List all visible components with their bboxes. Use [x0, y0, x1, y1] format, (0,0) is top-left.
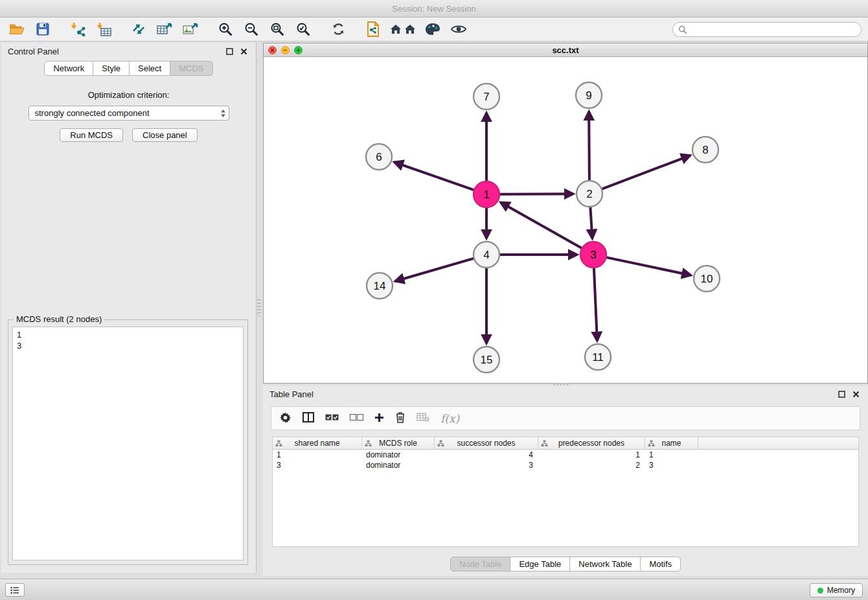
edge-2-9[interactable]: [589, 111, 589, 181]
status-bar: Memory: [0, 579, 868, 600]
float-window-icon: [226, 48, 233, 55]
tab-style[interactable]: Style: [93, 61, 130, 76]
table-tab-network-table[interactable]: Network Table: [569, 557, 641, 571]
panel-selector-button[interactable]: [5, 583, 25, 597]
zoom-out-button[interactable]: [241, 19, 262, 39]
unselect-all-columns-button[interactable]: [350, 413, 363, 423]
column-header-successor-nodes[interactable]: successor nodes: [435, 437, 538, 449]
column-header-name[interactable]: name: [645, 437, 698, 449]
first-network-view-button[interactable]: [363, 19, 383, 39]
column-header-predecessor-nodes[interactable]: predecessor nodes: [538, 437, 645, 449]
zoom-selected-button[interactable]: [293, 19, 314, 39]
svg-text:4: 4: [483, 249, 489, 261]
graph-node-2[interactable]: 2: [577, 181, 602, 207]
function-builder-button[interactable]: f(x): [440, 412, 459, 425]
home-views-button[interactable]: [389, 19, 417, 39]
graph-node-6[interactable]: 6: [366, 144, 392, 170]
window-close-icon[interactable]: [268, 46, 277, 54]
show-columns-button[interactable]: [303, 412, 314, 424]
network-window-titlebar[interactable]: scc.txt: [264, 43, 867, 57]
apply-style-button[interactable]: [422, 19, 443, 39]
window-minimize-icon[interactable]: [281, 46, 290, 54]
table-tab-edge-table[interactable]: Edge Table: [510, 557, 570, 571]
table-row[interactable]: 3dominator323: [273, 460, 858, 470]
table-cell[interactable]: 1: [645, 450, 698, 459]
create-column-button[interactable]: [374, 413, 384, 424]
import-network-button[interactable]: [67, 19, 88, 39]
table-cell[interactable]: 1: [538, 450, 645, 459]
show-hide-graphics-button[interactable]: [448, 19, 469, 39]
table-cell[interactable]: 3: [273, 461, 362, 470]
graph-node-14[interactable]: 14: [367, 273, 393, 299]
edge-1-6[interactable]: [394, 162, 475, 190]
node-table[interactable]: shared nameMCDS rolesuccessor nodesprede…: [272, 437, 859, 547]
table-panel-title: Table Panel: [269, 389, 314, 399]
mcds-result-text[interactable]: 1 3: [12, 327, 244, 560]
edge-3-1[interactable]: [501, 202, 582, 248]
search-input[interactable]: [690, 25, 856, 34]
export-table-button[interactable]: [154, 19, 175, 39]
graph-node-11[interactable]: 11: [585, 344, 611, 370]
new-network-button[interactable]: [128, 19, 149, 39]
graph-node-10[interactable]: 10: [694, 266, 720, 292]
search-field[interactable]: [672, 22, 862, 37]
graph-node-15[interactable]: 15: [474, 347, 499, 373]
table-row[interactable]: 1dominator411: [273, 450, 858, 460]
graph-node-8[interactable]: 8: [692, 137, 718, 163]
network-canvas[interactable]: 7968124314101511: [264, 58, 867, 383]
float-panel-button[interactable]: [223, 46, 235, 56]
select-all-columns-button[interactable]: [325, 413, 339, 423]
control-panel-title: Control Panel: [8, 47, 59, 56]
open-file-button[interactable]: [6, 19, 27, 39]
delete-table-button[interactable]: [417, 413, 429, 424]
edge-4-14[interactable]: [395, 259, 474, 281]
graph-node-7[interactable]: 7: [474, 84, 499, 110]
window-titlebar: Session: New Session: [0, 0, 868, 17]
run-mcds-button[interactable]: Run MCDS: [60, 128, 123, 142]
table-cell[interactable]: 3: [645, 461, 698, 470]
table-close-button[interactable]: [850, 389, 862, 399]
edge-1-2[interactable]: [499, 194, 573, 194]
style-palette-icon: [425, 22, 440, 36]
close-panel-action-button[interactable]: Close panel: [132, 128, 198, 142]
table-cell[interactable]: dominator: [362, 461, 435, 470]
edge-3-11[interactable]: [594, 268, 597, 341]
svg-text:6: 6: [376, 151, 382, 163]
tab-mcds[interactable]: MCDS: [170, 61, 212, 76]
close-panel-button[interactable]: [238, 46, 249, 56]
export-image-button[interactable]: [180, 19, 201, 39]
svg-text:2: 2: [586, 188, 592, 200]
graph-node-3[interactable]: 3: [580, 242, 606, 268]
graph-node-1[interactable]: 1: [474, 181, 499, 207]
edge-2-8[interactable]: [602, 156, 691, 189]
home-icons: [390, 23, 416, 36]
import-table-button[interactable]: [93, 19, 114, 39]
delete-column-button[interactable]: [395, 411, 405, 425]
table-cell[interactable]: 3: [435, 461, 538, 470]
table-settings-button[interactable]: [279, 411, 291, 426]
tab-select[interactable]: Select: [129, 61, 170, 76]
table-float-button[interactable]: [836, 389, 847, 399]
network-graph[interactable]: 7968124314101511: [264, 58, 867, 383]
column-header-shared-name[interactable]: shared name: [273, 437, 362, 449]
zoom-in-button[interactable]: [215, 19, 236, 39]
edge-2-3[interactable]: [590, 207, 592, 238]
table-tab-motifs[interactable]: Motifs: [640, 557, 681, 571]
table-cell[interactable]: 4: [435, 450, 538, 459]
vertical-splitter[interactable]: [257, 299, 261, 316]
table-tab-node-table[interactable]: Node Table: [450, 557, 511, 571]
tab-network[interactable]: Network: [44, 61, 93, 76]
criterion-dropdown[interactable]: strongly connected component: [29, 106, 229, 121]
graph-node-9[interactable]: 9: [576, 82, 602, 108]
table-cell[interactable]: 2: [538, 461, 645, 470]
table-cell[interactable]: 1: [273, 450, 362, 459]
window-maximize-icon[interactable]: [294, 46, 303, 54]
edge-3-10[interactable]: [606, 257, 691, 275]
refresh-button[interactable]: [328, 19, 348, 39]
save-session-button[interactable]: [32, 19, 53, 39]
graph-node-4[interactable]: 4: [474, 242, 499, 268]
column-header-mcds-role[interactable]: MCDS role: [362, 437, 435, 449]
zoom-fit-button[interactable]: [267, 19, 288, 39]
table-cell[interactable]: dominator: [362, 450, 435, 459]
memory-button[interactable]: Memory: [810, 583, 863, 597]
